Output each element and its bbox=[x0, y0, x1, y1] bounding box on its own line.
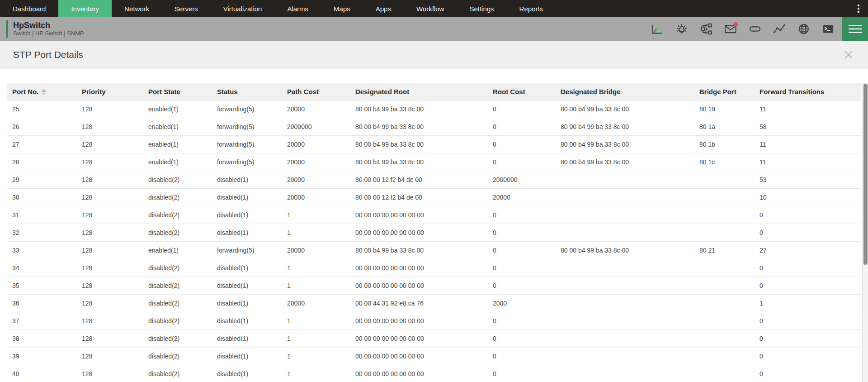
cell-bridge_port bbox=[694, 189, 755, 206]
cell-port_state: disabled(2) bbox=[143, 330, 212, 348]
cell-bridge_port: 80 1b bbox=[694, 136, 755, 153]
cell-root_cost: 0 bbox=[488, 224, 556, 242]
cell-port_no: 36 bbox=[7, 295, 77, 312]
cell-root_cost: 2000000 bbox=[488, 171, 556, 189]
column-header-path_cost[interactable]: Path Cost bbox=[282, 83, 350, 100]
cell-designated_root: 80 00 b4 99 ba 33 8c 00 bbox=[350, 100, 488, 118]
page-title-bar: STP Port Details bbox=[0, 41, 868, 69]
globe-icon[interactable] bbox=[796, 21, 811, 37]
nav-item-maps[interactable]: Maps bbox=[321, 0, 363, 17]
column-header-root_cost[interactable]: Root Cost bbox=[488, 83, 556, 100]
cell-designated_bridge bbox=[556, 348, 694, 365]
column-header-port_state[interactable]: Port State bbox=[143, 83, 212, 100]
cell-forward_transitions: 0 bbox=[755, 348, 861, 365]
cell-port_state: disabled(2) bbox=[143, 259, 212, 277]
nav-item-reports[interactable]: Reports bbox=[507, 0, 556, 17]
cell-root_cost: 0 bbox=[488, 242, 556, 259]
column-label: Designated Bridge bbox=[561, 88, 621, 96]
cell-designated_bridge bbox=[556, 312, 694, 330]
cell-forward_transitions: 11 bbox=[755, 136, 861, 153]
cell-path_cost: 20000 bbox=[282, 295, 350, 312]
column-label: Port State bbox=[148, 88, 180, 96]
cell-priority: 128 bbox=[77, 295, 143, 312]
cell-forward_transitions: 0 bbox=[755, 330, 861, 348]
device-info: HpSwitch Switch | HP Switch | SNMP bbox=[13, 21, 84, 37]
cell-bridge_port: 80 19 bbox=[694, 100, 755, 118]
cell-root_cost: 20000 bbox=[488, 189, 556, 206]
cell-bridge_port bbox=[694, 295, 755, 312]
mail-icon[interactable] bbox=[723, 21, 738, 37]
cell-bridge_port: 80 21 bbox=[694, 242, 755, 259]
column-header-status[interactable]: Status bbox=[212, 83, 282, 100]
column-header-forward_transitions[interactable]: Forward Transitions bbox=[755, 83, 861, 100]
column-header-designated_root[interactable]: Designated Root bbox=[350, 83, 488, 100]
cell-designated_root: 00 00 00 00 00 00 00 00 bbox=[350, 348, 488, 365]
cell-port_no: 27 bbox=[7, 136, 77, 153]
cell-designated_root: 80 00 b4 99 ba 33 8c 00 bbox=[350, 242, 488, 259]
cell-port_no: 32 bbox=[7, 224, 77, 242]
column-label: Designated Root bbox=[355, 88, 409, 96]
nav-item-settings[interactable]: Settings bbox=[457, 0, 506, 17]
cell-path_cost: 1 bbox=[282, 312, 350, 330]
cell-priority: 128 bbox=[77, 189, 143, 206]
column-label: Bridge Port bbox=[699, 88, 736, 96]
nav-item-dashboard[interactable]: Dashboard bbox=[0, 0, 58, 17]
cell-root_cost: 0 bbox=[488, 312, 556, 330]
cell-designated_bridge: 80 00 b4 99 ba 33 8c 00 bbox=[556, 242, 694, 259]
cell-status: forwarding(5) bbox=[212, 100, 282, 118]
cell-path_cost: 1 bbox=[282, 277, 350, 295]
column-header-port_no[interactable]: Port No. bbox=[7, 83, 77, 100]
nav-item-apps[interactable]: Apps bbox=[363, 0, 404, 17]
cell-port_no: 40 bbox=[7, 365, 77, 382]
column-header-priority[interactable]: Priority bbox=[77, 83, 143, 100]
alarm-bell-icon[interactable] bbox=[674, 21, 689, 37]
device-category: Switch | HP Switch | SNMP bbox=[13, 30, 84, 37]
nav-item-network[interactable]: Network bbox=[112, 0, 162, 17]
link-icon[interactable] bbox=[747, 21, 763, 37]
nav-item-inventory[interactable]: Inventory bbox=[58, 0, 112, 17]
kebab-menu-icon[interactable] bbox=[849, 0, 868, 17]
cell-path_cost: 2000000 bbox=[282, 118, 350, 136]
nav-item-virtualization[interactable]: Virtualization bbox=[211, 0, 275, 17]
cell-port_state: enabled(1) bbox=[143, 136, 212, 153]
scrollbar-thumb[interactable] bbox=[863, 84, 868, 265]
cell-priority: 128 bbox=[77, 171, 143, 189]
app-window: DashboardInventoryNetworkServersVirtuali… bbox=[0, 0, 868, 382]
cell-port_state: disabled(2) bbox=[143, 171, 212, 189]
cell-status: forwarding(5) bbox=[212, 242, 282, 259]
column-header-bridge_port[interactable]: Bridge Port bbox=[694, 83, 755, 100]
performance-chart-icon[interactable] bbox=[650, 21, 665, 37]
terminal-icon[interactable] bbox=[821, 21, 836, 37]
cell-port_no: 31 bbox=[7, 206, 77, 224]
hamburger-menu-icon[interactable] bbox=[842, 17, 868, 41]
cell-port_state: disabled(2) bbox=[143, 365, 212, 382]
nav-item-workflow[interactable]: Workflow bbox=[404, 0, 457, 17]
cell-designated_root: 80 00 b4 99 ba 33 8c 00 bbox=[350, 153, 488, 171]
cell-designated_bridge bbox=[556, 277, 694, 295]
cell-designated_root: 00 00 00 00 00 00 00 00 bbox=[350, 277, 488, 295]
table-row: 32128disabled(2)disabled(1)100 00 00 00 … bbox=[7, 224, 861, 242]
cell-port_state: disabled(2) bbox=[143, 277, 212, 295]
sort-arrows-icon[interactable] bbox=[42, 89, 46, 96]
cell-status: disabled(1) bbox=[212, 171, 282, 189]
device-name: HpSwitch bbox=[13, 21, 84, 30]
table-row: 25128enabled(1)forwarding(5)2000080 00 b… bbox=[7, 100, 861, 118]
cell-forward_transitions: 0 bbox=[755, 206, 861, 224]
line-chart-icon[interactable] bbox=[772, 21, 787, 37]
table-row: 27128enabled(1)forwarding(5)2000080 00 b… bbox=[7, 136, 861, 153]
cell-root_cost: 0 bbox=[488, 277, 556, 295]
table-row: 30128disabled(2)disabled(1)2000080 00 00… bbox=[7, 189, 861, 206]
workflow-icon[interactable] bbox=[698, 21, 714, 37]
column-label: Status bbox=[217, 88, 238, 96]
cell-path_cost: 20000 bbox=[282, 189, 350, 206]
cell-root_cost: 0 bbox=[488, 153, 556, 171]
cell-designated_root: 00 00 00 00 00 00 00 00 bbox=[350, 206, 488, 224]
nav-item-alarms[interactable]: Alarms bbox=[274, 0, 321, 17]
nav-item-servers[interactable]: Servers bbox=[162, 0, 211, 17]
cell-port_no: 29 bbox=[7, 171, 77, 189]
cell-root_cost: 0 bbox=[488, 118, 556, 136]
column-header-designated_bridge[interactable]: Designated Bridge bbox=[556, 83, 694, 100]
close-icon[interactable] bbox=[843, 49, 854, 61]
vertical-scrollbar[interactable] bbox=[862, 83, 868, 382]
table-row: 38128disabled(2)disabled(1)100 00 00 00 … bbox=[7, 330, 861, 348]
